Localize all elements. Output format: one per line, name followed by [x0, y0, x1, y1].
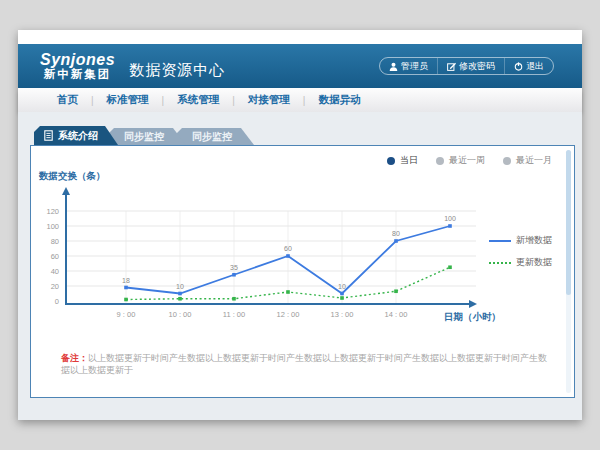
radio-unselected-icon [436, 157, 444, 165]
content-area: 系统介绍 同步监控 同步监控 当日 最近一周 [18, 112, 582, 420]
svg-text:10 : 00: 10 : 00 [169, 310, 192, 319]
svg-text:60: 60 [51, 252, 59, 261]
brand-logo-en: Synjones [40, 51, 115, 69]
nav-item-home[interactable]: 首页 [44, 93, 91, 107]
svg-text:60: 60 [284, 245, 292, 252]
svg-text:10: 10 [176, 283, 184, 290]
tab-label: 同步监控 [192, 130, 232, 144]
logout-button[interactable]: 退出 [504, 58, 553, 74]
tab-bar: 系统介绍 同步监控 同步监控 [34, 126, 254, 145]
change-password-button[interactable]: 修改密码 [437, 58, 504, 74]
svg-text:13 : 00: 13 : 00 [331, 310, 354, 319]
dotted-line-icon [489, 262, 511, 264]
radio-option-today[interactable]: 当日 [387, 154, 418, 167]
tab-label: 系统介绍 [58, 129, 98, 143]
footnote: 备注：以上数据更新于时间产生数据以上数据更新于时间产生数据以上数据更新于时间产生… [61, 353, 550, 376]
app-window: Synjones 新中新集团 数据资源中心 管理员 修改密码 [18, 30, 582, 420]
svg-text:100: 100 [444, 215, 456, 222]
logout-label: 退出 [526, 60, 544, 73]
user-toolbar: 管理员 修改密码 退出 [379, 57, 554, 75]
scrollbar-thumb[interactable] [566, 150, 571, 295]
svg-text:日期（小时）: 日期（小时） [444, 311, 501, 323]
tab-system-intro[interactable]: 系统介绍 [34, 126, 118, 145]
svg-text:80: 80 [392, 230, 400, 237]
nav-item-system-mgmt[interactable]: 系统管理 [164, 93, 232, 107]
svg-text:40: 40 [51, 267, 59, 276]
user-label: 管理员 [401, 60, 428, 73]
user-icon [389, 62, 398, 71]
svg-text:120: 120 [46, 207, 59, 216]
document-icon [44, 130, 53, 141]
range-filter-group: 当日 最近一周 最近一月 [387, 154, 552, 167]
radio-label: 最近一周 [449, 154, 485, 167]
legend-item-updated-data: 更新数据 [489, 256, 552, 269]
user-button[interactable]: 管理员 [380, 58, 437, 74]
svg-text:9 : 00: 9 : 00 [117, 310, 136, 319]
y-axis-title: 数据交换（条） [39, 170, 106, 183]
tab-label: 同步监控 [124, 130, 164, 144]
radio-unselected-icon [503, 157, 511, 165]
legend-label: 更新数据 [516, 256, 552, 269]
tab-sync-monitor-2[interactable]: 同步监控 [176, 128, 254, 145]
tab-sync-monitor-1[interactable]: 同步监控 [108, 128, 186, 145]
nav-item-data-change[interactable]: 数据异动 [305, 93, 373, 107]
nav-item-interface-mgmt[interactable]: 对接管理 [235, 93, 303, 107]
radio-option-last-week[interactable]: 最近一周 [436, 154, 485, 167]
svg-text:0: 0 [55, 297, 59, 306]
panel-scrollbar[interactable] [566, 150, 571, 393]
svg-text:20: 20 [51, 282, 59, 291]
footnote-label: 备注： [61, 353, 88, 363]
change-password-label: 修改密码 [459, 60, 495, 73]
legend-label: 新增数据 [516, 234, 552, 247]
svg-text:35: 35 [230, 264, 238, 271]
svg-text:11 : 00: 11 : 00 [223, 310, 245, 319]
svg-text:12 : 00: 12 : 00 [277, 310, 300, 319]
solid-line-icon [489, 240, 511, 242]
chart-panel: 当日 最近一周 最近一月 数据交换（条） 0204060801001209 : … [30, 145, 575, 398]
svg-text:100: 100 [46, 222, 59, 231]
svg-text:10: 10 [338, 283, 346, 290]
svg-text:18: 18 [122, 277, 130, 284]
radio-option-last-month[interactable]: 最近一月 [503, 154, 552, 167]
desktop-background: Synjones 新中新集团 数据资源中心 管理员 修改密码 [0, 0, 600, 450]
page-title: 数据资源中心 [129, 61, 225, 80]
brand-logo: Synjones 新中新集团 [40, 51, 115, 81]
main-nav: 首页 | 标准管理 | 系统管理 | 对接管理 | 数据异动 [18, 88, 582, 112]
app-header: Synjones 新中新集团 数据资源中心 管理员 修改密码 [18, 44, 582, 88]
power-icon [514, 62, 523, 71]
svg-text:80: 80 [51, 237, 59, 246]
brand-logo-cn: 新中新集团 [40, 68, 115, 81]
radio-label: 最近一月 [516, 154, 552, 167]
edit-icon [447, 62, 456, 71]
nav-item-standard-mgmt[interactable]: 标准管理 [94, 93, 162, 107]
radio-selected-icon [387, 157, 395, 165]
legend-item-new-data: 新增数据 [489, 234, 552, 247]
chart-legend: 新增数据 更新数据 [489, 234, 552, 278]
footnote-text: 以上数据更新于时间产生数据以上数据更新于时间产生数据以上数据更新于时间产生数据以… [61, 353, 547, 375]
svg-text:14 : 00: 14 : 00 [385, 310, 408, 319]
radio-label: 当日 [400, 154, 418, 167]
